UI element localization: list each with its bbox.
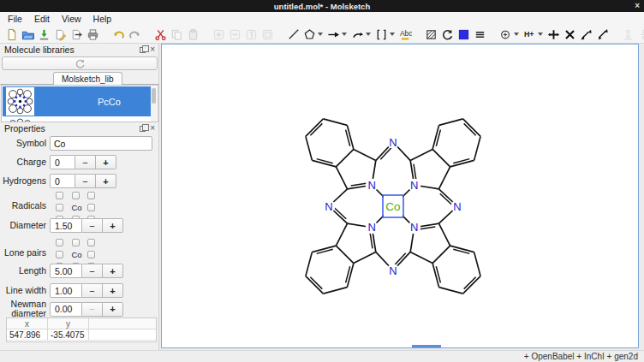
electron-position-checkbox[interactable] [56, 251, 63, 258]
charge-tool-caret[interactable] [514, 33, 519, 36]
refresh-library-button[interactable] [2, 56, 158, 70]
grid-center-label: Co [72, 203, 82, 212]
zoom-out-icon [229, 28, 242, 41]
flip-vertical-button[interactable] [594, 27, 611, 42]
newman-plus-button[interactable]: + [103, 302, 123, 317]
undo-button[interactable] [110, 27, 127, 42]
tab-molsketch-lib[interactable]: Molsketch_lib [53, 72, 122, 85]
save-as-button[interactable] [52, 27, 69, 42]
bracket-tool-icon [375, 28, 388, 41]
coordinates-table[interactable]: xy547.896-35.4075 [6, 317, 157, 342]
library-panel-title: Molecule libraries [4, 45, 75, 55]
mechanism-arrow-button[interactable] [349, 27, 366, 42]
text-tool-button[interactable]: Abc [397, 27, 414, 42]
menu-view[interactable]: View [56, 13, 87, 25]
color-swatch-button[interactable] [456, 27, 472, 42]
electron-position-checkbox[interactable] [72, 192, 80, 199]
panel-close-icon[interactable]: × [150, 125, 155, 132]
drawing-canvas[interactable]: NNNNNNNNCo [161, 44, 639, 348]
flip-horizontal-button[interactable] [578, 27, 594, 42]
open-folder-button[interactable] [20, 27, 36, 42]
length-plus-button[interactable]: + [103, 264, 123, 278]
zoom-fit-icon [261, 28, 274, 41]
electron-position-checkbox[interactable] [56, 239, 63, 246]
mechanism-arrow-caret[interactable] [366, 33, 371, 36]
panel-float-icon[interactable] [140, 47, 146, 53]
menu-edit[interactable]: Edit [28, 13, 56, 25]
electron-position-checkbox[interactable] [56, 192, 63, 199]
nitrogen-atom-label[interactable]: N [389, 264, 397, 277]
bracket-tool-button[interactable] [373, 27, 390, 42]
hydrogen-tool-caret[interactable] [538, 33, 543, 36]
charge-plus-button[interactable]: + [96, 155, 116, 169]
electron-position-checkbox[interactable] [87, 239, 95, 246]
electron-position-checkbox[interactable] [87, 192, 95, 199]
line-width-minus-button[interactable]: − [82, 283, 103, 298]
cobalt-atom-label[interactable]: Co [385, 200, 400, 213]
nitrogen-atom-label[interactable]: N [410, 221, 418, 234]
library-scrollbar[interactable] [151, 86, 157, 122]
title-bar: untitled.mol* - Molsketch × [0, 0, 644, 12]
diameter-value[interactable]: 1.50 [50, 218, 82, 233]
draw-line-button[interactable] [285, 27, 301, 42]
hydrogen-tool-button[interactable]: H+ [522, 27, 538, 42]
reaction-arrow-caret[interactable] [342, 33, 347, 36]
reaction-arrow-button[interactable] [325, 27, 342, 42]
length-minus-button[interactable]: − [82, 264, 103, 278]
electron-position-checkbox[interactable] [72, 239, 80, 246]
symbol-input[interactable] [50, 136, 152, 151]
bracket-tool-caret[interactable] [390, 33, 395, 36]
newman-minus-button[interactable]: − [82, 302, 103, 317]
ring-tool-caret[interactable] [318, 33, 323, 36]
zoom-original-button [243, 27, 259, 42]
hydrogens-value[interactable]: 0 [50, 174, 75, 188]
panel-float-icon[interactable] [140, 126, 146, 132]
menu-help[interactable]: Help [87, 13, 118, 25]
nitrogen-atom-label[interactable]: N [368, 221, 376, 234]
save-button[interactable] [36, 27, 52, 42]
charge-minus-button[interactable]: − [75, 155, 96, 169]
nitrogen-atom-label[interactable]: N [453, 200, 461, 213]
new-file-button[interactable] [3, 27, 20, 42]
coordinate-cell[interactable]: 547.896 [7, 329, 48, 340]
line-width-value[interactable]: 1.00 [50, 283, 82, 298]
delete-tool-button[interactable] [562, 27, 578, 42]
list-item-pcco[interactable]: PcCo [3, 86, 152, 116]
nitrogen-atom-label[interactable]: N [325, 200, 332, 213]
electron-position-checkbox[interactable] [87, 204, 95, 211]
charge-tool-button[interactable] [498, 27, 514, 42]
atom-labels[interactable]: NNNNNNNNCo [323, 136, 464, 277]
diameter-plus-button[interactable]: + [103, 218, 123, 233]
lone-pairs-row: Lone pairs [0, 248, 50, 258]
connect-tool-button[interactable] [546, 27, 562, 42]
hash-pattern-button[interactable] [423, 27, 439, 42]
hydrogens-minus-button[interactable]: − [75, 174, 96, 188]
scrollbar-handle[interactable] [152, 88, 156, 104]
electron-position-checkbox[interactable] [56, 204, 63, 211]
panel-close-icon[interactable]: × [150, 46, 155, 53]
nitrogen-atom-label[interactable]: N [389, 136, 397, 149]
redo-button[interactable] [127, 27, 143, 42]
length-value[interactable]: 5.00 [50, 264, 82, 278]
window-close-button[interactable]: × [635, 1, 640, 11]
nitrogen-atom-label[interactable]: N [410, 179, 418, 192]
export-button[interactable] [69, 27, 85, 42]
electron-position-checkbox[interactable] [87, 251, 95, 258]
print-button[interactable] [85, 27, 101, 42]
charge-value[interactable]: 0 [50, 155, 75, 169]
zoom-in-icon [212, 28, 225, 41]
molecule-drawing[interactable]: NNNNNNNNCo [162, 45, 638, 347]
ring-tool-button[interactable] [301, 27, 318, 42]
canvas-hscroll-handle[interactable] [412, 345, 441, 347]
nitrogen-atom-label[interactable]: N [368, 179, 376, 192]
bond-type-button[interactable] [472, 27, 488, 42]
line-width-plus-button[interactable]: + [103, 283, 123, 298]
hydrogens-plus-button[interactable]: + [96, 174, 116, 188]
diameter-minus-button[interactable]: − [82, 218, 103, 233]
menu-file[interactable]: File [2, 13, 28, 25]
table-row[interactable]: 547.896-35.4075 [7, 329, 156, 341]
cut-button[interactable] [152, 27, 169, 42]
coordinate-cell[interactable]: -35.4075 [48, 329, 89, 340]
newman-value[interactable]: 0.00 [50, 302, 82, 317]
rotate-button[interactable] [439, 27, 456, 42]
